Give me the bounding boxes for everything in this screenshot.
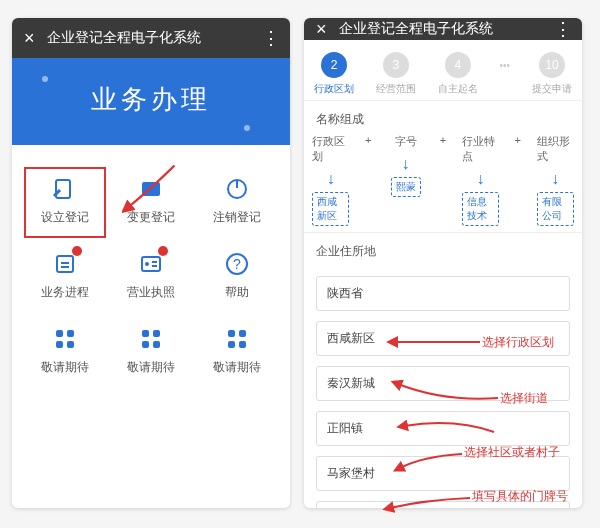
section-address: 企业住所地	[304, 232, 582, 266]
step-number: 2	[321, 52, 347, 78]
step-number: 10	[539, 52, 565, 78]
svg-rect-18	[239, 330, 246, 337]
edit-doc-icon	[51, 175, 79, 203]
svg-rect-19	[228, 341, 235, 348]
close-icon[interactable]: ×	[316, 19, 327, 40]
tile-placeholder[interactable]: 敬请期待	[108, 315, 194, 390]
banner: 业务办理	[12, 58, 290, 145]
tile-placeholder[interactable]: 敬请期待	[22, 315, 108, 390]
arrow-down-icon: ↓	[551, 170, 559, 188]
grid4-icon	[137, 325, 165, 353]
nc-head: 字号	[395, 134, 417, 149]
address-doorno-input[interactable]: 科技路1	[316, 501, 570, 508]
tile-label: 敬请期待	[127, 359, 175, 376]
tile-label: 设立登记	[41, 209, 89, 226]
banner-subtitle	[12, 145, 290, 159]
svg-rect-5	[142, 257, 160, 271]
step-naming[interactable]: 4 自主起名	[438, 52, 478, 96]
svg-rect-13	[142, 330, 149, 337]
step-region[interactable]: 2 行政区划	[314, 52, 354, 96]
tile-label: 敬请期待	[41, 359, 89, 376]
svg-rect-12	[67, 341, 74, 348]
address-province-select[interactable]: 陕西省	[316, 276, 570, 311]
svg-rect-0	[56, 180, 70, 198]
step-label: 经营范围	[376, 82, 416, 96]
power-icon	[223, 175, 251, 203]
step-label: 自主起名	[438, 82, 478, 96]
nc-head: 组织形式	[537, 134, 574, 164]
step-label: 行政区划	[314, 82, 354, 96]
svg-rect-1	[142, 182, 160, 196]
section-name-composition: 名称组成	[304, 100, 582, 134]
svg-rect-9	[56, 330, 63, 337]
grid4-icon	[223, 325, 251, 353]
nc-value: 西咸新区	[312, 192, 349, 226]
address-newcity-select[interactable]: 秦汉新城	[316, 366, 570, 401]
svg-rect-17	[228, 330, 235, 337]
appbar-title: 企业登记全程电子化系统	[339, 20, 493, 38]
grid4-icon	[51, 325, 79, 353]
arrow-down-icon: ↓	[327, 170, 335, 188]
svg-point-6	[145, 262, 149, 266]
tile-label: 帮助	[225, 284, 249, 301]
address-village-select[interactable]: 马家堡村	[316, 456, 570, 491]
svg-rect-10	[67, 330, 74, 337]
nc-value: 有限公司	[537, 192, 574, 226]
step-label: 提交申请	[532, 82, 572, 96]
tile-cancel-registration[interactable]: 注销登记	[194, 165, 280, 240]
tile-placeholder[interactable]: 敬请期待	[194, 315, 280, 390]
tile-label: 业务进程	[41, 284, 89, 301]
svg-rect-15	[142, 341, 149, 348]
step-ellipsis-icon: •••	[500, 60, 511, 71]
appbar: × 企业登记全程电子化系统 ⋮	[304, 18, 582, 40]
notification-badge-icon	[72, 246, 82, 256]
step-number: 4	[445, 52, 471, 78]
nc-value: 信息技术	[462, 192, 499, 226]
svg-rect-14	[153, 330, 160, 337]
tile-label: 变更登记	[127, 209, 175, 226]
left-phone: × 企业登记全程电子化系统 ⋮ 业务办理 设立登记 变更登记	[12, 18, 290, 508]
plus-icon: +	[499, 134, 536, 226]
svg-rect-20	[239, 341, 246, 348]
tile-change-registration[interactable]: 变更登记	[108, 165, 194, 240]
svg-rect-16	[153, 341, 160, 348]
svg-rect-11	[56, 341, 63, 348]
address-district-select[interactable]: 西咸新区	[316, 321, 570, 356]
banner-title: 业务办理	[91, 84, 211, 114]
folder-icon	[137, 175, 165, 203]
tile-setup-registration[interactable]: 设立登记	[22, 165, 108, 240]
step-scope[interactable]: 3 经营范围	[376, 52, 416, 96]
step-number: 3	[383, 52, 409, 78]
svg-text:?: ?	[233, 256, 241, 272]
nc-head: 行业特点	[462, 134, 499, 164]
close-icon[interactable]: ×	[24, 28, 35, 49]
plus-icon: +	[424, 134, 461, 226]
wizard-steps: 2 行政区划 3 经营范围 4 自主起名 ••• 10 提交申请	[304, 40, 582, 100]
tile-help[interactable]: ? 帮助	[194, 240, 280, 315]
appbar: × 企业登记全程电子化系统 ⋮	[12, 18, 290, 58]
notification-badge-icon	[158, 246, 168, 256]
help-icon: ?	[223, 250, 251, 278]
step-submit[interactable]: 10 提交申请	[532, 52, 572, 96]
tile-label: 注销登记	[213, 209, 261, 226]
plus-icon: +	[349, 134, 386, 226]
name-composition-row: 行政区划 ↓ 西咸新区 + 字号 ↓ 熙蒙 + 行业特点 ↓ 信息技术 + 组织…	[304, 134, 582, 232]
tile-label: 营业执照	[127, 284, 175, 301]
appbar-title: 企业登记全程电子化系统	[47, 29, 201, 47]
arrow-down-icon: ↓	[476, 170, 484, 188]
arrow-down-icon: ↓	[402, 155, 410, 173]
nc-head: 行政区划	[312, 134, 349, 164]
more-icon[interactable]: ⋮	[554, 18, 570, 40]
right-phone: × 企业登记全程电子化系统 ⋮ 2 行政区划 3 经营范围 4 自主起名 •••…	[304, 18, 582, 508]
tile-label: 敬请期待	[213, 359, 261, 376]
tile-license[interactable]: 营业执照	[108, 240, 194, 315]
more-icon[interactable]: ⋮	[262, 27, 278, 49]
nc-value: 熙蒙	[391, 177, 421, 197]
tile-progress[interactable]: 业务进程	[22, 240, 108, 315]
address-town-select[interactable]: 正阳镇	[316, 411, 570, 446]
